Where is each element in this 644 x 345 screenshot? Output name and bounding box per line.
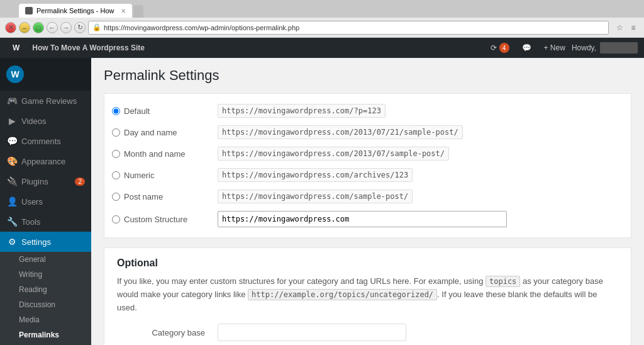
menu-icon[interactable]: ≡: [628, 22, 639, 33]
radio-month-name[interactable]: [112, 150, 120, 158]
radio-post-name[interactable]: [112, 193, 120, 201]
browser-right-icons: ☆ ≡: [614, 22, 639, 33]
reload-button[interactable]: ↻: [74, 22, 86, 33]
updates-icon: ⟳: [491, 43, 497, 52]
site-name-text: How To Move A Wordpress Site: [32, 43, 145, 52]
bookmark-icon[interactable]: ☆: [614, 22, 625, 33]
main-layout: W 🎮 Game Reviews ▶ Videos 💬 Comments 🎨 A…: [0, 58, 644, 345]
permalink-radio-table: Default https://movingawordpress.com/?p=…: [104, 94, 631, 237]
tools-icon: 🔧: [6, 217, 18, 227]
tab-close-button[interactable]: ✕: [121, 8, 126, 14]
optional-example-url: http://example.org/topics/uncategorized/: [248, 289, 437, 300]
sidebar-item-comments[interactable]: 💬 Comments: [0, 131, 91, 151]
sidebar-item-game-reviews[interactable]: 🎮 Game Reviews: [0, 91, 91, 111]
forward-button[interactable]: →: [60, 22, 72, 33]
back-button[interactable]: ←: [47, 22, 58, 33]
comments-icon: 💬: [522, 43, 531, 52]
settings-icon: ⚙: [6, 237, 18, 247]
submenu-permalinks[interactable]: Permalinks: [0, 327, 91, 342]
optional-description: If you like, you may enter custom struct…: [117, 275, 618, 314]
active-tab[interactable]: Permalink Settings - How ✕: [19, 4, 132, 18]
wp-admin-bar: W How To Move A Wordpress Site ⟳ 4 💬 + N…: [0, 38, 644, 58]
page-title: Permalink Settings: [104, 67, 631, 84]
sidebar-label-tools: Tools: [21, 217, 40, 227]
howdy-text: Howdy,: [572, 43, 596, 52]
radio-row-custom: Custom Structure: [104, 207, 631, 231]
url-example-numeric: https://movingawordpress.com/archives/12…: [218, 168, 413, 182]
sidebar-logo[interactable]: W: [0, 58, 91, 91]
sidebar-item-users[interactable]: 👤 Users: [0, 191, 91, 212]
submenu-general[interactable]: General: [0, 252, 91, 267]
radio-row-numeric: Numeric https://movingawordpress.com/arc…: [104, 164, 631, 186]
submenu-welcome-plugin[interactable]: Welcome Plugin: [0, 342, 91, 345]
admin-bar-howdy: Howdy,: [572, 42, 638, 54]
updates-count: 4: [499, 43, 509, 53]
radio-row-post-name: Post name https://movingawordpress.com/s…: [104, 186, 631, 207]
sidebar-label-appearance: Appearance: [21, 157, 65, 166]
ssl-lock-icon: 🔒: [92, 23, 101, 31]
radio-text-numeric: Numeric: [124, 171, 154, 180]
tab-bar: Permalink Settings - How ✕: [0, 0, 644, 18]
optional-section: Optional If you like, you may enter cust…: [104, 247, 631, 345]
sidebar-item-plugins[interactable]: 🔌 Plugins 2: [0, 171, 91, 191]
content-area: Permalink Settings Default https://movin…: [91, 58, 644, 345]
optional-title: Optional: [117, 257, 618, 269]
submenu-media[interactable]: Media: [0, 312, 91, 327]
tab-favicon: [25, 7, 33, 14]
radio-label-month-name[interactable]: Month and name: [112, 149, 213, 159]
sidebar-label-settings: Settings: [21, 237, 51, 247]
address-bar[interactable]: 🔒 https://movingawordpress.com/wp-admin/…: [88, 21, 609, 35]
url-example-post-name: https://movingawordpress.com/sample-post…: [218, 189, 413, 203]
custom-structure-input[interactable]: [218, 211, 507, 227]
radio-text-custom: Custom Structure: [124, 215, 187, 224]
browser-minimize-button[interactable]: –: [19, 22, 30, 33]
game-reviews-icon: 🎮: [6, 96, 18, 106]
wp-logo-text: W: [13, 43, 19, 52]
browser-chrome: Permalink Settings - How ✕ ✕ – □ ← → ↻ 🔒…: [0, 0, 644, 38]
category-base-row: Category base: [117, 324, 618, 341]
browser-maximize-button[interactable]: □: [33, 22, 44, 33]
submenu-writing[interactable]: Writing: [0, 267, 91, 282]
sidebar-item-tools[interactable]: 🔧 Tools: [0, 212, 91, 232]
comments-icon: 💬: [6, 136, 18, 146]
radio-numeric[interactable]: [112, 171, 120, 179]
radio-default[interactable]: [112, 107, 120, 115]
admin-bar-updates[interactable]: ⟳ 4: [484, 38, 516, 58]
admin-bar-comments[interactable]: 💬: [516, 38, 538, 58]
radio-label-default[interactable]: Default: [112, 106, 213, 116]
browser-close-button[interactable]: ✕: [5, 22, 16, 33]
submenu-discussion[interactable]: Discussion: [0, 297, 91, 312]
sidebar-item-appearance[interactable]: 🎨 Appearance: [0, 151, 91, 171]
radio-day-name[interactable]: [112, 128, 120, 137]
admin-bar-wp-logo[interactable]: W: [6, 38, 26, 58]
radio-text-month-name: Month and name: [124, 149, 186, 159]
plugins-icon: 🔌: [6, 176, 18, 186]
radio-text-day-name: Day and name: [124, 128, 177, 137]
sidebar-label-users: Users: [21, 197, 43, 206]
radio-text-post-name: Post name: [124, 192, 163, 201]
browser-toolbar: ✕ – □ ← → ↻ 🔒 https://movingawordpress.c…: [0, 18, 644, 38]
inactive-tab[interactable]: [133, 5, 143, 18]
radio-row-default: Default https://movingawordpress.com/?p=…: [104, 100, 631, 122]
permalink-options-section: Default https://movingawordpress.com/?p=…: [104, 93, 631, 238]
sidebar-label-comments: Comments: [21, 137, 61, 146]
admin-bar-new[interactable]: + New: [538, 38, 572, 58]
sidebar-label-videos: Videos: [21, 116, 47, 126]
submenu-reading[interactable]: Reading: [0, 282, 91, 297]
radio-label-day-name[interactable]: Day and name: [112, 128, 213, 137]
optional-code-topics: topics: [486, 276, 520, 287]
videos-icon: ▶: [6, 116, 18, 126]
sidebar-label-plugins: Plugins: [21, 177, 48, 186]
radio-custom[interactable]: [112, 215, 120, 223]
radio-label-numeric[interactable]: Numeric: [112, 171, 213, 180]
radio-label-custom[interactable]: Custom Structure: [112, 215, 213, 224]
sidebar-item-settings[interactable]: ⚙ Settings: [0, 232, 91, 252]
radio-label-post-name[interactable]: Post name: [112, 192, 213, 201]
admin-bar-username[interactable]: [600, 42, 638, 54]
category-base-input[interactable]: [218, 324, 406, 341]
wp-logo: W: [6, 65, 24, 83]
plugins-badge: 2: [75, 178, 85, 186]
radio-row-month-name: Month and name https://movingawordpress.…: [104, 143, 631, 164]
admin-bar-site-name[interactable]: How To Move A Wordpress Site: [26, 38, 484, 58]
sidebar-item-videos[interactable]: ▶ Videos: [0, 111, 91, 131]
